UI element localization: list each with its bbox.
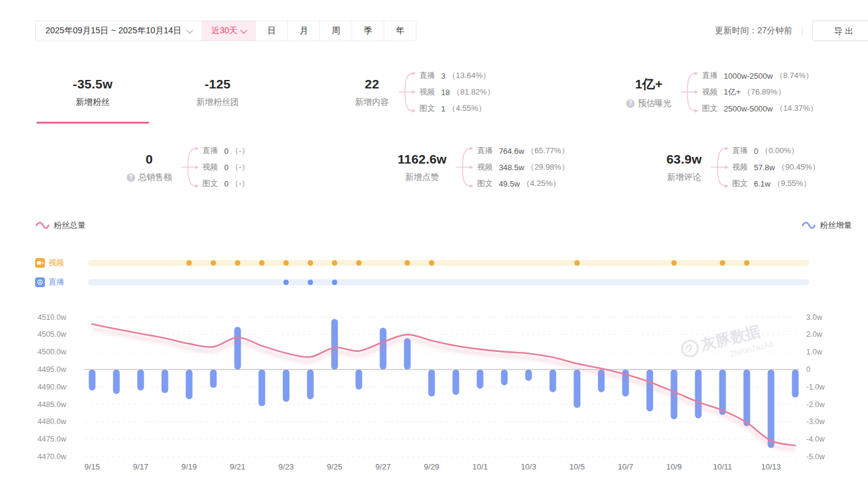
breakdown-row-图文: 图文2500w-5000w（14.37%） (702, 101, 818, 117)
x-axis-tick: 10/11 (713, 462, 732, 471)
content-dot-9/25[interactable] (332, 260, 338, 266)
x-axis-tick: 9/23 (278, 462, 293, 471)
fans-trend-plot[interactable]: 4510.0w3.0w4505.0w2.0w4500.0w1.0w4495.0w… (0, 302, 868, 493)
period-tab-季[interactable]: 季 (352, 21, 384, 41)
right-axis-tick: 2.0w (806, 330, 823, 339)
stat-breakdown: 直播0（0.00%） 视频57.8w（90.45%） 图文6.1w（9.55%） (709, 141, 820, 194)
bar-10/1[interactable] (477, 370, 484, 389)
legend-fans-total[interactable]: 粉丝总量 (35, 220, 85, 231)
bar-10/4[interactable] (550, 370, 556, 392)
bar-10/14[interactable] (792, 370, 799, 397)
stat-card-新增内容[interactable]: 22 新增内容 直播3（13.64%） 视频18（81.82%） 图文1（4.5… (285, 61, 565, 124)
bar-9/23[interactable] (283, 370, 290, 402)
stat-label: ?总销售额 (127, 172, 172, 183)
bracket-connector (396, 65, 416, 119)
content-dot-10/5[interactable] (575, 260, 580, 266)
bar-9/18[interactable] (162, 370, 169, 393)
breakdown-row-图文: 图文6.1w（9.55%） (732, 176, 820, 192)
bar-9/16[interactable] (113, 370, 120, 394)
content-dot-9/24[interactable] (308, 280, 313, 285)
legend-fans-delta[interactable]: 粉丝增量 (801, 220, 852, 231)
date-range-selector[interactable]: 2025年09月15日 ~ 2025年10月14日 (36, 21, 202, 41)
content-dot-9/28[interactable] (405, 260, 410, 266)
stat-label: 新增粉丝 (73, 97, 112, 108)
content-dot-9/21[interactable] (235, 260, 241, 266)
x-axis-tick: 9/17 (133, 462, 148, 471)
stat-label: ?预估曝光 (626, 98, 672, 109)
export-button[interactable]: 导 出 (812, 21, 868, 41)
breakdown-row-视频: 视频0（-） (202, 159, 250, 176)
content-dot-9/22[interactable] (259, 260, 265, 266)
bar-10/12[interactable] (744, 370, 750, 426)
left-axis-tick: 4495.0w (38, 365, 67, 374)
stat-value-block: 1162.6w 新增点赞 (398, 152, 447, 183)
stats-row-2: 0 ?总销售额 直播0（-） 视频0（-） 图文0（-） 1162.6w 新增点… (36, 136, 868, 199)
content-dot-9/23[interactable] (284, 260, 289, 266)
bar-10/11[interactable] (719, 370, 726, 415)
bar-9/24[interactable] (307, 370, 314, 399)
bar-9/19[interactable] (186, 370, 193, 399)
bar-9/15[interactable] (89, 370, 96, 391)
content-dot-9/26[interactable] (356, 260, 362, 266)
content-dot-9/23[interactable] (284, 280, 289, 285)
stat-card-总销售额[interactable]: 0 ?总销售额 直播0（-） 视频0（-） 图文0（-） (36, 136, 339, 199)
content-dot-9/24[interactable] (308, 260, 313, 266)
stat-card-新增评论[interactable]: 63.9w 新增评论 直播0（0.00%） 视频57.8w（90.45%） 图文… (618, 136, 868, 199)
content-dot-9/25[interactable] (332, 280, 338, 285)
legend-fans-total-label: 粉丝总量 (54, 220, 85, 231)
stat-value-block: -125 新增粉丝团 (196, 77, 239, 108)
quick-range-button[interactable]: 近30天 (202, 21, 256, 41)
stat-card-新增粉丝[interactable]: -35.5w 新增粉丝 (36, 61, 149, 124)
stat-value-block: 22 新增内容 (355, 77, 389, 108)
help-icon[interactable]: ? (127, 173, 135, 182)
stat-card-新增点赞[interactable]: 1162.6w 新增点赞 直播764.6w（65.77%） 视频348.5w（2… (358, 136, 609, 199)
period-tab-年[interactable]: 年 (384, 21, 416, 41)
bar-10/2[interactable] (501, 370, 508, 385)
breakdown-row-图文: 图文0（-） (202, 176, 250, 192)
bar-10/5[interactable] (574, 370, 581, 408)
bar-10/8[interactable] (647, 370, 653, 411)
left-axis-tick: 4510.0w (38, 313, 67, 322)
fans-total-line[interactable] (92, 324, 795, 446)
bar-9/21[interactable] (235, 327, 241, 370)
breakdown-row-直播: 直播764.6w（65.77%） (477, 143, 569, 159)
stat-card-新增粉丝团[interactable]: -125 新增粉丝团 (161, 61, 274, 124)
x-axis-tick: 10/7 (618, 462, 633, 471)
x-axis-tick: 10/3 (521, 462, 536, 471)
bar-9/17[interactable] (138, 370, 144, 391)
video-timeline-row: 视频 (0, 256, 868, 270)
content-dot-10/12[interactable] (744, 260, 750, 266)
stat-card-预估曝光[interactable]: 1亿+ ?预估曝光 直播1000w-2500w（8.74%） 视频1亿+（76.… (576, 61, 868, 124)
content-dot-9/29[interactable] (429, 260, 435, 266)
stat-value: 22 (355, 77, 389, 91)
bar-9/25[interactable] (332, 319, 338, 370)
period-tab-日[interactable]: 日 (255, 21, 287, 41)
period-tabs: 日月周季年 (255, 21, 416, 41)
period-tab-月[interactable]: 月 (287, 21, 319, 41)
period-tab-周[interactable]: 周 (319, 21, 352, 41)
right-axis-tick: -2.0w (806, 400, 826, 409)
x-axis-tick: 10/5 (569, 462, 584, 471)
fans-trend-chart[interactable]: 4510.0w3.0w4505.0w2.0w4500.0w1.0w4495.0w… (0, 302, 868, 493)
watermark: 灰豚数据 ZNXin7azAd (680, 320, 774, 370)
直播-timeline-label: 直播 (35, 277, 64, 288)
bar-9/26[interactable] (356, 370, 362, 390)
stat-breakdown: 直播764.6w（65.77%） 视频348.5w（29.98%） 图文49.5… (454, 141, 569, 194)
chart-legend: 粉丝总量 粉丝增量 (35, 218, 852, 233)
bar-10/3[interactable] (526, 370, 532, 381)
bar-9/28[interactable] (404, 338, 411, 370)
bar-10/10[interactable] (695, 370, 702, 419)
x-axis-tick: 10/9 (666, 462, 681, 471)
bar-9/30[interactable] (453, 370, 459, 395)
content-dot-10/9[interactable] (672, 260, 677, 266)
bar-10/13[interactable] (768, 370, 775, 448)
bar-9/20[interactable] (210, 370, 217, 388)
bar-9/29[interactable] (429, 370, 435, 397)
content-dot-10/11[interactable] (720, 260, 726, 266)
help-icon[interactable]: ? (626, 99, 635, 108)
bar-9/22[interactable] (259, 370, 265, 406)
right-axis-tick: 0 (806, 365, 810, 374)
content-dot-9/19[interactable] (187, 260, 192, 266)
content-dot-9/20[interactable] (211, 260, 216, 266)
x-axis-tick: 9/21 (230, 462, 245, 471)
